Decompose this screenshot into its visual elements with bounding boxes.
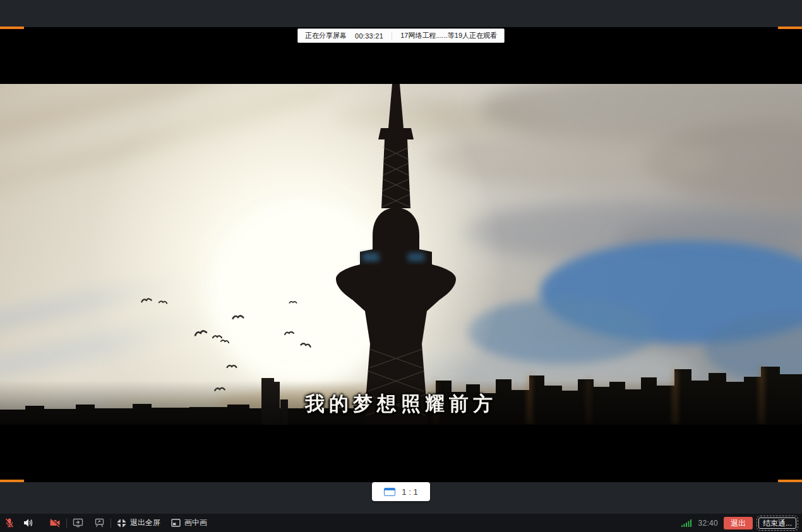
toolbar-divider: [66, 519, 67, 528]
share-timer: 00:33:21: [355, 32, 383, 40]
video-subtitle: 我的梦想照耀前方: [0, 391, 802, 417]
exit-fullscreen-icon: [117, 519, 126, 528]
aspect-ratio-icon: [384, 488, 395, 496]
speaker-icon: [23, 518, 33, 528]
shared-video-frame: 我的梦想照耀前方: [0, 84, 802, 425]
share-border-marker: [0, 27, 24, 29]
exit-fullscreen-button[interactable]: 退出全屏: [117, 517, 160, 528]
end-call-button[interactable]: 结束通...: [758, 517, 796, 529]
toolbar-divider: [111, 519, 111, 528]
aspect-ratio-label: 1 : 1: [402, 487, 417, 497]
share-border-marker: [0, 480, 24, 482]
top-bar: [0, 0, 802, 27]
share-viewers-label: 17网络工程......等19人正在观看: [400, 31, 497, 40]
app-window: 正在分享屏幕 00:33:21 17网络工程......等19人正在观看: [0, 0, 802, 532]
speaker-button[interactable]: [23, 518, 33, 528]
pip-label: 画中画: [184, 517, 207, 528]
toolbar-right-group: 32:40 退出 结束通...: [681, 517, 802, 529]
bottom-toolbar: 退出全屏 画中画 32:40 退出: [0, 514, 802, 532]
toolbar-left-group: 退出全屏 画中画: [0, 517, 681, 528]
share-status-banner: 正在分享屏幕 00:33:21 17网络工程......等19人正在观看: [297, 28, 505, 43]
mic-muted-button[interactable]: [4, 517, 15, 528]
pip-icon: [171, 519, 181, 527]
share-border-marker: [778, 27, 802, 29]
share-status-label: 正在分享屏幕: [305, 31, 347, 40]
camera-muted-icon: [49, 518, 61, 528]
exit-button[interactable]: 退出: [724, 517, 753, 529]
video-stage: 我的梦想照耀前方: [0, 27, 802, 480]
screen-share-button[interactable]: [73, 518, 83, 528]
exit-fullscreen-label: 退出全屏: [130, 517, 160, 528]
duration-label: 32:40: [698, 519, 718, 528]
pip-button[interactable]: 画中画: [171, 517, 207, 528]
whiteboard-icon: [94, 518, 105, 528]
video-scene: [0, 84, 802, 425]
mic-muted-icon: [4, 517, 15, 528]
aspect-ratio-button[interactable]: 1 : 1: [372, 482, 430, 501]
share-border-marker: [778, 480, 802, 482]
signal-strength-icon: [681, 519, 692, 527]
camera-muted-button[interactable]: [49, 518, 61, 528]
pill-divider: [392, 32, 392, 40]
screen-share-icon: [73, 518, 83, 528]
whiteboard-button[interactable]: [94, 518, 105, 528]
